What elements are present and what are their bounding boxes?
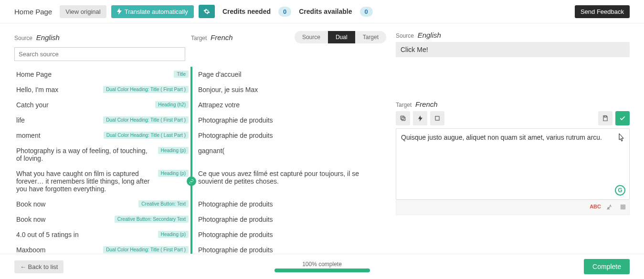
- rp-target-header: Target French: [396, 100, 630, 108]
- translate-icon[interactable]: [607, 204, 614, 211]
- rp-target-text: Quisque justo augue, aliquet non quam si…: [401, 134, 602, 141]
- link-icon[interactable]: [187, 176, 196, 186]
- bolt-icon: [418, 115, 422, 122]
- source-text: Photography is a way of feeling, of touc…: [16, 147, 154, 162]
- target-cell: gagnant(: [192, 143, 386, 166]
- svg-rect-3: [621, 205, 626, 210]
- source-text: Home Page: [16, 71, 170, 78]
- type-badge: Heading (p): [158, 147, 189, 154]
- rp-source-text: Click Me!: [396, 42, 630, 57]
- row-divider: [190, 143, 192, 166]
- target-cell: Photographie de produits: [192, 227, 386, 242]
- bolt-icon: [117, 8, 122, 15]
- rp-toolbar: [396, 111, 630, 125]
- book-icon: [434, 115, 441, 122]
- rp-target-editor[interactable]: Quisque justo augue, aliquet non quam si…: [396, 128, 630, 200]
- page-title: Home Page: [14, 8, 52, 16]
- view-original-button[interactable]: View original: [60, 5, 106, 18]
- translation-row[interactable]: Book nowCreative Button: TextPhotographi…: [14, 196, 386, 212]
- settings-button[interactable]: [199, 5, 215, 18]
- toggle-source[interactable]: Source: [295, 31, 328, 43]
- confirm-button[interactable]: [615, 111, 630, 125]
- type-badge: Heading (p): [158, 170, 189, 177]
- source-cell: lifeDual Color Heading: Title ( First Pa…: [16, 113, 190, 128]
- target-cell: Photographie de produits: [192, 128, 386, 143]
- source-text: Book now: [16, 200, 135, 208]
- translation-row[interactable]: Catch yourHeading (h2)Attrapez votre: [14, 97, 386, 113]
- source-cell: Hello, I'm maxDual Color Heading: Title …: [16, 82, 190, 97]
- rp-source-lang: English: [418, 31, 441, 39]
- target-cell: Page d'accueil: [192, 67, 386, 82]
- send-feedback-button[interactable]: Send Feedback: [575, 5, 630, 18]
- check-icon: [619, 115, 626, 122]
- translation-row[interactable]: lifeDual Color Heading: Title ( First Pa…: [14, 113, 386, 128]
- row-divider: [190, 82, 192, 97]
- svg-rect-1: [401, 116, 404, 119]
- row-divider: [190, 166, 192, 196]
- type-badge: Heading (p): [158, 231, 189, 238]
- row-divider: [190, 67, 192, 82]
- source-text: What you have caught on film is captured…: [16, 170, 154, 193]
- source-cell: 4.0 out of 5 ratings inHeading (p): [16, 227, 190, 242]
- toggle-target[interactable]: Target: [355, 31, 386, 43]
- type-badge: Dual Color Heading: Title ( First Part ): [103, 116, 189, 124]
- gear-icon: [203, 8, 210, 15]
- row-divider: [190, 97, 192, 113]
- target-cell: Photographie de produits: [192, 196, 386, 212]
- translation-rows: Home PageTitlePage d'accueilHello, I'm m…: [14, 67, 386, 257]
- translate-auto-button[interactable]: Translate automatically: [111, 5, 194, 18]
- credits-available-value: 0: [360, 7, 373, 17]
- copy-icon: [400, 115, 406, 122]
- row-divider: [190, 128, 192, 143]
- translation-row[interactable]: 4.0 out of 5 ratings inHeading (p)Photog…: [14, 227, 386, 242]
- translation-row[interactable]: Home PageTitlePage d'accueil: [14, 67, 386, 82]
- source-text: Hello, I'm max: [16, 86, 99, 93]
- source-cell: momentDual Color Heading: Title ( Last P…: [16, 128, 190, 143]
- target-lang-value: French: [211, 33, 233, 41]
- bottombar: ← Back to list 100% complete Complete: [0, 254, 644, 279]
- translation-row[interactable]: Book nowCreative Button: Secondary TextP…: [14, 212, 386, 227]
- view-toggle: Source Dual Target: [295, 31, 386, 43]
- translation-row[interactable]: What you have caught on film is captured…: [14, 166, 386, 196]
- source-cell: Photography is a way of feeling, of touc…: [16, 143, 190, 166]
- lang-header-row: Source English Target French Source Dual…: [14, 31, 386, 43]
- source-text: Book now: [16, 216, 111, 223]
- search-input[interactable]: [14, 47, 185, 61]
- progress: 100% complete: [274, 261, 370, 272]
- target-cell: Ce que vous avez filmé est capturé pour …: [192, 166, 386, 196]
- rp-source-header: Source English: [396, 31, 630, 39]
- type-badge: Dual Color Heading: Title ( First Part ): [103, 86, 189, 93]
- source-cell: Catch yourHeading (h2): [16, 97, 190, 113]
- translation-row[interactable]: Photography is a way of feeling, of touc…: [14, 143, 386, 166]
- spellcheck-icon[interactable]: ABC: [590, 204, 601, 211]
- credits-available-label: Credits available: [299, 8, 352, 15]
- svg-rect-0: [402, 117, 405, 121]
- row-divider: [190, 227, 192, 242]
- save-button[interactable]: [598, 111, 612, 125]
- translate-auto-label: Translate automatically: [125, 8, 188, 15]
- target-cell: Bonjour, je suis Max: [192, 82, 386, 97]
- grammarly-icon[interactable]: G: [615, 185, 625, 196]
- type-badge: Dual Color Heading: Title ( First Part ): [103, 246, 189, 253]
- right-pane: Source English Click Me! Target French: [396, 31, 630, 257]
- copy-button[interactable]: [396, 111, 410, 125]
- target-lang-label: Target: [191, 35, 207, 41]
- translation-row[interactable]: momentDual Color Heading: Title ( Last P…: [14, 128, 386, 143]
- target-cell: Photographie de produits: [192, 212, 386, 227]
- translation-row[interactable]: Hello, I'm maxDual Color Heading: Title …: [14, 82, 386, 97]
- back-to-list-button[interactable]: ← Back to list: [14, 260, 63, 273]
- source-cell: What you have caught on film is captured…: [16, 166, 190, 196]
- type-badge: Heading (h2): [155, 101, 189, 108]
- progress-label: 100% complete: [274, 261, 370, 268]
- toggle-dual[interactable]: Dual: [328, 31, 355, 43]
- complete-button[interactable]: Complete: [584, 259, 630, 274]
- source-cell: Book nowCreative Button: Text: [16, 196, 190, 212]
- glossary-button[interactable]: [430, 111, 444, 125]
- progress-bar: [274, 269, 370, 272]
- topbar: Home Page View original Translate automa…: [0, 0, 644, 23]
- source-text: 4.0 out of 5 ratings in: [16, 231, 154, 238]
- format-icon[interactable]: [620, 204, 626, 211]
- auto-translate-button[interactable]: [413, 111, 427, 125]
- save-icon: [602, 115, 609, 122]
- rp-target-lang: French: [415, 100, 438, 108]
